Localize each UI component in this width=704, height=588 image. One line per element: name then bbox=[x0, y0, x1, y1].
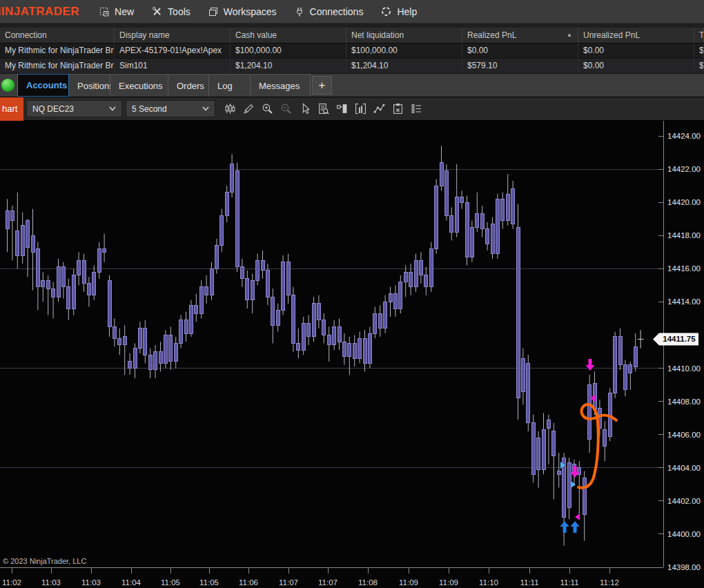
cell-cash-value: $100,000.00 bbox=[231, 43, 346, 59]
chevron-down-icon bbox=[202, 106, 209, 111]
arrow-up-marker bbox=[560, 521, 569, 533]
control-center-tabs: Accounts Positions Executions Orders Log… bbox=[0, 74, 704, 97]
chart-style-button[interactable] bbox=[221, 100, 239, 118]
col-header-clipped[interactable]: T bbox=[694, 28, 704, 43]
y-axis-label: 14400.00 bbox=[667, 530, 701, 538]
menu-tools-label: Tools bbox=[168, 6, 190, 17]
y-axis-label: 14422.00 bbox=[667, 165, 701, 173]
y-axis-label: 14402.00 bbox=[667, 497, 701, 505]
ninjatrader-logo: NINJATRADER bbox=[0, 5, 79, 19]
chevron-down-icon bbox=[109, 106, 116, 111]
indicators-button[interactable] bbox=[351, 100, 370, 118]
cell-realized-pnl: $579.10 bbox=[462, 59, 578, 74]
table-row-sim101-account[interactable]: My Rithmic for NinjaTrader Br Sim101 $1,… bbox=[0, 59, 704, 74]
instrument-selector[interactable]: NQ DEC23 bbox=[26, 100, 122, 117]
interval-value: 5 Second bbox=[132, 104, 197, 114]
x-axis-label: 11:07 bbox=[279, 578, 298, 587]
cell-display-name: APEX-45179-01!Apex!Apex bbox=[115, 43, 231, 59]
zoom-in-icon bbox=[262, 103, 273, 115]
arrow-down-marker bbox=[586, 359, 595, 371]
x-axis-label: 11:03 bbox=[41, 578, 61, 587]
x-axis-label: 11:02 bbox=[2, 578, 21, 587]
cell-clipped: $ bbox=[694, 43, 704, 59]
cell-unrealized-pnl: $0.00 bbox=[578, 59, 694, 74]
menu-tools[interactable]: Tools bbox=[143, 0, 199, 23]
add-tab-button[interactable]: + bbox=[312, 76, 332, 95]
cell-connection: My Rithmic for NinjaTrader Br bbox=[0, 59, 115, 74]
col-header-display-name[interactable]: Display name bbox=[115, 28, 231, 43]
menu-new-label: New bbox=[115, 6, 134, 17]
tab-log[interactable]: Log bbox=[209, 74, 251, 97]
chart-tool-buttons bbox=[221, 100, 426, 118]
y-axis-label: 14404.00 bbox=[667, 464, 701, 472]
tab-executions[interactable]: Executions bbox=[110, 74, 168, 97]
data-box-icon bbox=[317, 103, 329, 115]
tab-orders[interactable]: Orders bbox=[168, 74, 209, 97]
chart-style-icon bbox=[224, 103, 236, 115]
x-axis-label: 11:03 bbox=[81, 578, 101, 587]
x-axis-label: 11:11 bbox=[560, 578, 578, 587]
line-chart-icon bbox=[373, 103, 385, 115]
properties-button[interactable] bbox=[407, 100, 426, 118]
chart-window-tab[interactable]: hart bbox=[0, 97, 23, 121]
menu-connections[interactable]: Connections bbox=[286, 0, 373, 23]
zoom-out-button[interactable] bbox=[277, 100, 295, 118]
col-header-net-liquidation[interactable]: Net liquidation bbox=[346, 28, 462, 43]
x-axis-label: 11:12 bbox=[600, 578, 619, 587]
time-axis[interactable]: 11:0211:0311:0311:0411:0511:0511:0611:07… bbox=[2, 567, 619, 587]
accounts-table-header: Connection Display name Cash value Net l… bbox=[0, 28, 704, 43]
tab-positions[interactable]: Positions bbox=[69, 74, 110, 97]
x-axis-label: 11:05 bbox=[199, 578, 219, 587]
line-chart-button[interactable] bbox=[370, 100, 389, 118]
col-header-connection[interactable]: Connection bbox=[0, 28, 115, 43]
y-axis-label: 14410.00 bbox=[667, 364, 701, 373]
y-axis-label: 14408.00 bbox=[667, 398, 701, 406]
tab-accounts[interactable]: Accounts bbox=[17, 74, 69, 97]
drawing-tool-button[interactable] bbox=[239, 100, 258, 118]
chart-canvas[interactable]: 14424.0014422.0014420.0014418.0014416.00… bbox=[0, 121, 704, 588]
zoom-in-button[interactable] bbox=[258, 100, 277, 118]
data-box-button[interactable] bbox=[314, 100, 333, 118]
x-axis-label: 11:08 bbox=[358, 578, 378, 587]
cursor-button[interactable] bbox=[295, 100, 314, 118]
menu-new[interactable]: New bbox=[90, 0, 143, 23]
cell-net-liquidation: $1,204.10 bbox=[346, 59, 462, 74]
chart-copyright: © 2023 NinjaTrader, LLC bbox=[3, 557, 86, 565]
y-axis-label: 14406.00 bbox=[667, 431, 701, 439]
y-axis-label: 14398.00 bbox=[667, 563, 701, 571]
col-header-unrealized-pnl[interactable]: Unrealized PnL bbox=[578, 28, 694, 43]
menu-connections-label: Connections bbox=[310, 6, 364, 17]
menu-help[interactable]: Help bbox=[372, 0, 426, 23]
tab-messages[interactable]: Messages bbox=[251, 74, 311, 97]
drawing-tool-icon bbox=[243, 103, 255, 115]
x-axis-label: 11:06 bbox=[239, 578, 258, 587]
strategies-button[interactable] bbox=[389, 100, 407, 118]
chart-panel: 14424.0014422.0014420.0014418.0014416.00… bbox=[0, 121, 704, 588]
cell-connection: My Rithmic for NinjaTrader Br bbox=[0, 43, 115, 59]
arrow-up-marker bbox=[571, 521, 580, 533]
menu-help-label: Help bbox=[397, 6, 417, 17]
col-header-realized-pnl[interactable]: Realized PnL▲ bbox=[462, 28, 578, 43]
x-axis-label: 11:09 bbox=[439, 578, 458, 587]
menu-bar: NINJATRADER New Tools Workspaces Connect… bbox=[0, 0, 704, 23]
col-header-cash-value[interactable]: Cash value bbox=[231, 28, 346, 43]
candlestick-series[interactable] bbox=[6, 146, 637, 545]
cell-unrealized-pnl: $0.00 bbox=[578, 43, 694, 59]
tri-left-marker bbox=[575, 513, 580, 520]
y-axis-label: 14424.00 bbox=[667, 132, 701, 140]
connections-icon bbox=[295, 7, 304, 17]
y-axis-label: 14418.00 bbox=[667, 231, 701, 239]
indicators-icon bbox=[355, 103, 366, 115]
cell-cash-value: $1,204.10 bbox=[231, 59, 346, 74]
current-price-value: 14411.75 bbox=[663, 335, 696, 343]
chart-trader-button[interactable] bbox=[333, 100, 351, 118]
y-axis-label: 14414.00 bbox=[667, 297, 701, 306]
menu-workspaces[interactable]: Workspaces bbox=[199, 0, 286, 23]
menu-workspaces-label: Workspaces bbox=[224, 6, 277, 17]
interval-selector[interactable]: 5 Second bbox=[126, 100, 215, 117]
cursor-icon bbox=[299, 103, 311, 115]
gridlines bbox=[0, 169, 663, 468]
table-row-apex-account[interactable]: My Rithmic for NinjaTrader Br APEX-45179… bbox=[0, 43, 704, 59]
x-axis-label: 11:05 bbox=[161, 578, 180, 587]
price-axis[interactable]: 14424.0014422.0014420.0014418.0014416.00… bbox=[658, 132, 701, 571]
